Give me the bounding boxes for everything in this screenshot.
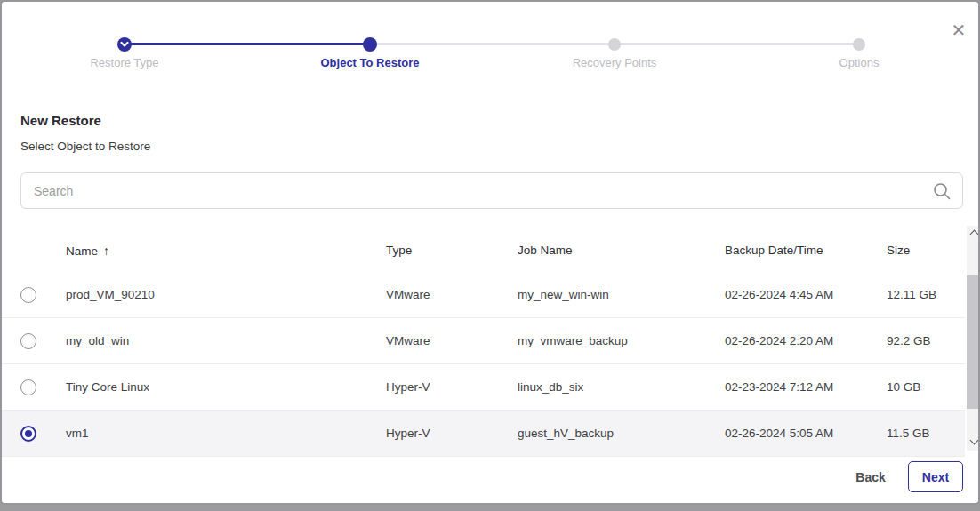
wizard-stepper: Restore Type Object To Restore Recovery …	[2, 2, 978, 82]
scroll-down-icon[interactable]	[967, 436, 980, 449]
column-header-size[interactable]: Size	[887, 229, 910, 272]
cell-type: Hyper-V	[386, 364, 430, 411]
step-label-recovery-points: Recovery Points	[517, 56, 712, 69]
table-row[interactable]: my_old_win VMware my_vmware_backup 02-26…	[2, 318, 965, 364]
table-header-row: Name↑ Type Job Name Backup Date/Time Siz…	[2, 229, 965, 272]
table-scrollbar[interactable]	[967, 226, 980, 451]
search-icon	[932, 181, 952, 201]
step-label-options: Options	[761, 56, 957, 69]
column-header-backup-datetime[interactable]: Backup Date/Time	[725, 229, 823, 272]
table-row[interactable]: vm1 Hyper-V guest_hV_backup 02-26-2024 5…	[2, 411, 965, 457]
page-subtitle: Select Object to Restore	[20, 140, 150, 153]
step-upcoming-dot-options	[853, 38, 865, 51]
cell-size: 10 GB	[887, 364, 920, 411]
column-header-name[interactable]: Name↑	[66, 229, 109, 273]
column-header-job-name[interactable]: Job Name	[518, 229, 573, 272]
cell-name: vm1	[66, 411, 89, 457]
row-radio-button[interactable]	[20, 287, 36, 303]
cell-name: Tiny Core Linux	[66, 364, 149, 411]
next-button[interactable]: Next	[908, 461, 963, 492]
search-input[interactable]	[34, 173, 914, 208]
cell-size: 92.2 GB	[887, 318, 931, 364]
step-completed-check-icon[interactable]	[117, 37, 132, 52]
cell-name: my_old_win	[66, 318, 129, 364]
search-box	[20, 172, 963, 209]
cell-size: 12.11 GB	[887, 272, 936, 318]
cell-backup-datetime: 02-26-2024 2:20 AM	[725, 318, 833, 364]
cell-type: Hyper-V	[386, 411, 430, 457]
cell-backup-datetime: 02-26-2024 5:05 AM	[725, 411, 833, 457]
cell-job-name: guest_hV_backup	[518, 411, 614, 457]
new-restore-dialog: Restore Type Object To Restore Recovery …	[0, 0, 980, 505]
cell-backup-datetime: 02-26-2024 4:45 AM	[725, 272, 833, 318]
step-label-restore-type: Restore Type	[27, 56, 222, 69]
scroll-up-icon[interactable]	[967, 228, 980, 240]
row-radio-button[interactable]	[20, 426, 36, 442]
row-radio-button[interactable]	[20, 333, 36, 349]
step-label-object-to-restore: Object To Restore	[272, 56, 468, 69]
cell-name: prod_VM_90210	[66, 272, 155, 318]
step-upcoming-dot-recovery	[608, 38, 621, 51]
back-button[interactable]: Back	[843, 464, 898, 491]
sort-ascending-icon: ↑	[103, 244, 109, 258]
scrollbar-thumb[interactable]	[967, 275, 980, 409]
stepper-progress-line	[125, 43, 370, 45]
cell-size: 11.5 GB	[887, 411, 930, 457]
step-active-dot[interactable]	[363, 37, 377, 52]
cell-type: VMware	[386, 272, 430, 318]
cell-job-name: linux_db_six	[518, 364, 583, 411]
row-radio-button[interactable]	[20, 379, 36, 395]
table-row[interactable]: Tiny Core Linux Hyper-V linux_db_six 02-…	[2, 364, 965, 411]
cell-job-name: my_vmware_backup	[518, 318, 628, 364]
cell-backup-datetime: 02-23-2024 7:12 AM	[725, 364, 833, 411]
close-icon[interactable]: ✕	[946, 18, 971, 43]
page-title: New Restore	[20, 113, 101, 128]
cell-type: VMware	[386, 318, 430, 364]
table-row[interactable]: prod_VM_90210 VMware my_new_win-win 02-2…	[2, 272, 965, 318]
column-header-type[interactable]: Type	[386, 229, 412, 272]
cell-job-name: my_new_win-win	[518, 272, 609, 318]
